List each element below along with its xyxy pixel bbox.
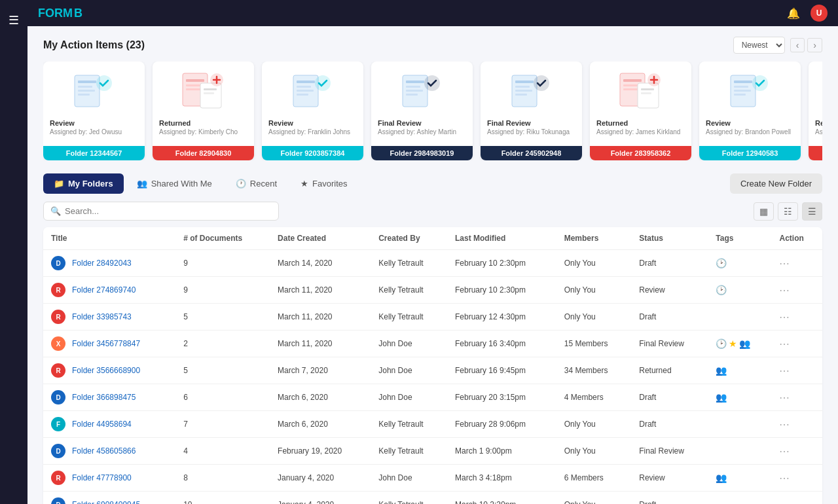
filter-button[interactable]: ▦ [754,202,774,221]
row-avatar: X [51,336,65,351]
cell-created-by: Kelly Tetrault [371,438,447,465]
cell-created-by: John Doe [371,357,447,384]
card-folder-button[interactable]: Folder 2984983019 [371,146,473,160]
cell-members: 34 Members [556,357,632,384]
notification-icon[interactable]: 🔔 [787,7,800,20]
cell-members: Only You [556,304,632,331]
action-menu-dots[interactable]: ⋯ [779,499,791,505]
action-card[interactable]: Review Assigned by: Franklin Johns Folde… [262,62,363,160]
folder-link[interactable]: Folder 366898475 [72,393,136,402]
card-folder-button[interactable]: Folder 12940583 [699,146,801,160]
cell-docs: 6 [175,384,270,411]
folder-link[interactable]: Folder 28492043 [72,259,132,268]
folder-link[interactable]: Folder 3456778847 [72,339,140,348]
action-card[interactable]: Returned Assigned by: Kimberly Cho Folde… [153,62,254,160]
cell-tags: 🕑 [708,250,771,277]
cell-status: Review [631,465,708,492]
cell-members: Only You [556,250,632,277]
folder-link[interactable]: Folder 6908409945 [72,500,140,504]
card-illustration [393,68,452,114]
tab-favorites[interactable]: ★ Favorites [290,173,357,194]
card-folder-button[interactable]: Folder 77... [809,146,822,160]
table-header-row: Title # of Documents Date Created Create… [43,227,822,250]
search-input[interactable] [65,206,272,216]
carousel-prev-button[interactable]: ‹ [790,38,805,52]
carousel-next-button[interactable]: › [807,38,822,52]
card-illustration [502,68,561,114]
cell-action: ⋯ [771,384,822,411]
card-folder-button[interactable]: Folder 283958362 [590,146,691,160]
card-folder-button[interactable]: Folder 9203857384 [262,146,363,160]
cell-status: Draft [631,250,708,277]
action-menu-dots[interactable]: ⋯ [779,473,791,484]
action-menu-dots[interactable]: ⋯ [779,365,791,376]
action-card[interactable]: Returned Assigned by: Ja... Folder 77... [809,62,822,160]
action-card[interactable]: Final Review Assigned by: Riku Tokunaga … [481,62,582,160]
tab-recent[interactable]: 🕐 Recent [225,173,287,194]
cell-title: R Folder 33985743 [43,304,175,331]
svg-rect-1 [78,81,96,83]
col-title: Title [43,227,175,250]
grid-view-button[interactable]: ☷ [778,202,798,221]
table-row: D Folder 28492043 9 March 14, 2020 Kelly… [43,250,822,277]
cell-date-created: March 11, 2020 [270,331,371,357]
cell-status: Final Review [631,331,708,357]
cell-status: Draft [631,492,708,505]
star-tag-icon: ★ [729,338,737,349]
create-new-folder-button[interactable]: Create New Folder [730,173,822,194]
cell-action: ⋯ [771,250,822,277]
cell-docs: 8 [175,465,270,492]
action-menu-dots[interactable]: ⋯ [779,285,791,296]
cell-members: 4 Members [556,384,632,411]
action-items-count: 23 [130,39,141,50]
svg-point-25 [424,75,440,91]
cell-docs: 7 [175,411,270,438]
row-avatar: R [51,471,65,485]
user-avatar-icon[interactable]: U [811,5,828,22]
folder-link[interactable]: Folder 47778900 [72,473,132,482]
folder-link[interactable]: Folder 44958694 [72,420,132,429]
svg-rect-28 [515,86,530,88]
tab-my-folders[interactable]: 📁 My Folders [43,173,124,194]
folder-link[interactable]: Folder 458605866 [72,446,136,456]
cell-created-by: John Doe [371,465,447,492]
action-menu-dots[interactable]: ⋯ [779,312,791,323]
action-menu-dots[interactable]: ⋯ [779,392,791,403]
action-card[interactable]: Final Review Assigned by: Ashley Martin … [371,62,473,160]
shared-icon: 👥 [137,179,147,189]
hamburger-menu-icon[interactable]: ☰ [3,8,24,33]
cell-tags [708,438,771,465]
svg-rect-42 [734,86,748,88]
action-menu-dots[interactable]: ⋯ [779,419,791,430]
action-card[interactable]: Review Assigned by: Jed Owusu Folder 123… [43,62,145,160]
cell-title: D Folder 28492043 [43,250,175,277]
card-illustration [611,68,670,114]
sort-dropdown[interactable]: Newest Oldest A-Z Z-A [733,37,785,54]
action-card[interactable]: Returned Assigned by: James Kirkland Fol… [590,62,691,160]
action-menu-dots[interactable]: ⋯ [779,446,791,457]
row-avatar: R [51,363,65,378]
folder-link[interactable]: Folder 33985743 [72,312,132,321]
cell-action: ⋯ [771,492,822,505]
folder-link[interactable]: Folder 274869740 [72,285,136,295]
action-menu-dots[interactable]: ⋯ [779,338,791,350]
card-status: Review [268,119,293,127]
svg-rect-16 [297,86,311,88]
card-folder-button[interactable]: Folder 245902948 [481,146,582,160]
card-status: Returned [815,119,822,127]
card-folder-button[interactable]: Folder 82904830 [153,146,254,160]
cell-date-created: March 6, 2020 [270,411,371,438]
svg-rect-15 [297,81,315,83]
svg-rect-7 [186,79,204,82]
members-tag-icon: 👥 [716,473,727,483]
list-view-button[interactable]: ☰ [802,202,822,221]
topnav-icons: 🔔 U [787,5,828,22]
svg-rect-38 [641,92,651,94]
folder-link[interactable]: Folder 3566668900 [72,366,140,375]
row-avatar: F [51,417,65,431]
tab-shared-with-me[interactable]: 👥 Shared With Me [126,173,223,194]
folder-icon: 📁 [54,179,64,189]
action-card[interactable]: Review Assigned by: Brandon Powell Folde… [699,62,801,160]
card-folder-button[interactable]: Folder 12344567 [43,146,145,160]
action-menu-dots[interactable]: ⋯ [779,258,791,269]
